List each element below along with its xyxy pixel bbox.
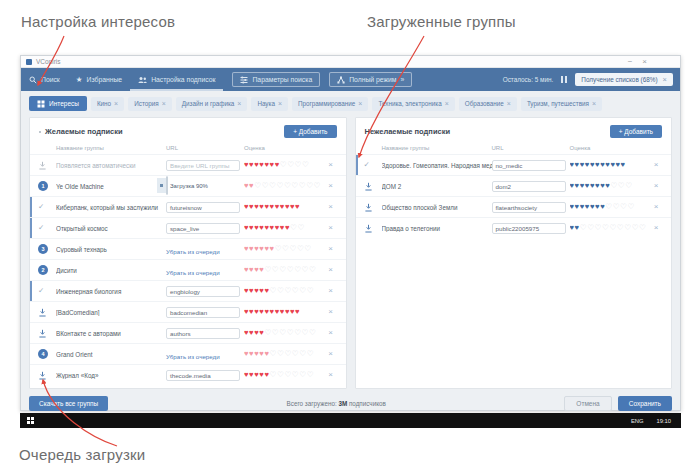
url-input[interactable]: authors	[166, 328, 240, 339]
remove-from-queue-link[interactable]: Убрать из очереди	[166, 269, 220, 276]
remove-row-button[interactable]: ×	[324, 329, 338, 337]
heart-empty-icon[interactable]: ♡	[279, 266, 286, 274]
heart-empty-icon[interactable]: ♡	[275, 245, 282, 253]
chip-remove-icon[interactable]: ×	[278, 100, 282, 107]
rating-hearts[interactable]: ♥♥♥♥♡♡♡♡♡♡♡	[244, 329, 324, 337]
heart-empty-icon[interactable]: ♡	[291, 182, 298, 190]
rating-hearts[interactable]: ♥♥♥♥♥♥♥♥♡♡♡	[570, 182, 650, 190]
rating-hearts[interactable]: ♥♥♥♥♥♥♥♥♥♥♥	[570, 161, 650, 169]
heart-empty-icon[interactable]: ♡	[287, 266, 294, 274]
full-mode-button[interactable]: Полный режим »	[329, 72, 412, 87]
heart-empty-icon[interactable]: ♡	[299, 350, 306, 358]
chip-remove-icon[interactable]: ×	[358, 100, 362, 107]
cancel-button[interactable]: Отмена	[564, 396, 611, 411]
chip-remove-icon[interactable]: ×	[162, 100, 166, 107]
heart-empty-icon[interactable]: ♡	[270, 371, 277, 379]
url-input[interactable]: dom2	[492, 181, 566, 192]
heart-empty-icon[interactable]: ♡	[613, 203, 620, 211]
rating-hearts[interactable]: ♥♥♡♡♡♡♡♡♡♡♡	[244, 182, 324, 190]
heart-empty-icon[interactable]: ♡	[302, 266, 309, 274]
chip-remove-icon[interactable]: ×	[592, 100, 596, 107]
heart-empty-icon[interactable]: ♡	[307, 350, 314, 358]
heart-empty-icon[interactable]: ♡	[302, 329, 309, 337]
heart-empty-icon[interactable]: ♡	[299, 371, 306, 379]
heart-empty-icon[interactable]: ♡	[595, 224, 602, 232]
rating-hearts[interactable]: ♥♥♥♥♥♥♥♥♥♥♥	[244, 308, 324, 316]
remove-row-button[interactable]: ×	[324, 161, 338, 169]
remove-row-button[interactable]: ×	[324, 350, 338, 358]
rating-hearts[interactable]: ♥♥♥♥♥♥♥♥♥♡♡	[244, 224, 324, 232]
rating-hearts[interactable]: ♥♥♥♥♥♡♡♡♡♡♡	[244, 371, 324, 379]
heart-empty-icon[interactable]: ♡	[279, 329, 286, 337]
rating-hearts[interactable]: ♥♥♥♥♡♡♡♡♡♡♡	[244, 266, 324, 274]
remove-row-button[interactable]: ×	[649, 182, 663, 190]
heart-empty-icon[interactable]: ♡	[639, 224, 646, 232]
heart-empty-icon[interactable]: ♡	[284, 350, 291, 358]
language-indicator[interactable]: ENG	[631, 418, 644, 424]
heart-empty-icon[interactable]: ♡	[314, 182, 321, 190]
heart-empty-icon[interactable]: ♡	[620, 203, 627, 211]
download-all-groups-button[interactable]: Скачать все группы	[29, 396, 108, 411]
remove-row-button[interactable]: ×	[649, 203, 663, 211]
heart-empty-icon[interactable]: ♡	[287, 329, 294, 337]
chip-remove-icon[interactable]: ×	[507, 100, 511, 107]
heart-empty-icon[interactable]: ♡	[290, 245, 297, 253]
tab-subscription-settings[interactable]: Настройка подписок	[130, 68, 223, 91]
remove-row-button[interactable]: ×	[324, 224, 338, 232]
windows-start-button[interactable]	[27, 417, 34, 424]
interest-chip[interactable]: Образование×	[459, 97, 517, 111]
heart-empty-icon[interactable]: ♡	[302, 161, 309, 169]
add-unwanted-button[interactable]: + Добавить	[610, 125, 662, 138]
heart-empty-icon[interactable]: ♡	[625, 182, 632, 190]
save-button[interactable]: Сохранить	[618, 396, 672, 411]
url-input[interactable]: engbiology	[166, 286, 240, 297]
rating-hearts[interactable]: ♥♥♡♡♡♡♡♡♡♡♡	[570, 224, 650, 232]
add-desired-button[interactable]: + Добавить	[284, 125, 336, 138]
remove-row-button[interactable]: ×	[324, 182, 338, 190]
heart-empty-icon[interactable]: ♡	[294, 266, 301, 274]
heart-empty-icon[interactable]: ♡	[294, 329, 301, 337]
interest-chip[interactable]: Кино×	[91, 97, 124, 111]
remove-row-button[interactable]: ×	[649, 224, 663, 232]
heart-empty-icon[interactable]: ♡	[307, 371, 314, 379]
chip-remove-icon[interactable]: ×	[114, 100, 118, 107]
heart-empty-icon[interactable]: ♡	[304, 245, 311, 253]
url-input[interactable]: space_live	[166, 223, 240, 234]
heart-empty-icon[interactable]: ♡	[276, 182, 283, 190]
heart-empty-icon[interactable]: ♡	[262, 182, 269, 190]
url-input[interactable]: badcomedian	[166, 307, 240, 318]
minimize-button[interactable]: −	[628, 58, 633, 66]
url-input[interactable]: Введите URL группы	[166, 160, 240, 171]
rating-hearts[interactable]: ♥♥♥♥♥♡♡♡♡♡♡	[244, 287, 324, 295]
pill-close-icon[interactable]: ×	[663, 75, 667, 84]
url-input[interactable]: public22005975	[492, 223, 566, 234]
url-input[interactable]: futureisnow	[166, 202, 240, 213]
heart-empty-icon[interactable]: ♡	[284, 371, 291, 379]
url-input[interactable]: no_medic	[492, 160, 566, 171]
remove-row-button[interactable]: ×	[324, 266, 338, 274]
heart-empty-icon[interactable]: ♡	[309, 329, 316, 337]
heart-empty-icon[interactable]: ♡	[270, 287, 277, 295]
heart-empty-icon[interactable]: ♡	[299, 287, 306, 295]
remove-row-button[interactable]: ×	[324, 371, 338, 379]
interest-chip[interactable]: Туризм, путешествия×	[521, 97, 602, 111]
rating-hearts[interactable]: ♥♥♥♥♥♥♡♡♡♡♡	[244, 245, 324, 253]
heart-empty-icon[interactable]: ♡	[264, 329, 271, 337]
heart-empty-icon[interactable]: ♡	[295, 161, 302, 169]
rating-hearts[interactable]: ♥♥♥♥♥♥♥♡♡♡♡	[570, 203, 650, 211]
interest-chip[interactable]: История×	[128, 97, 172, 111]
remove-row-button[interactable]: ×	[324, 287, 338, 295]
remove-row-button[interactable]: ×	[324, 308, 338, 316]
remove-row-button[interactable]: ×	[324, 245, 338, 253]
close-button[interactable]: ×	[642, 58, 647, 66]
tab-search[interactable]: Поиск	[21, 68, 68, 91]
chip-remove-icon[interactable]: ×	[445, 100, 449, 107]
remove-row-button[interactable]: ×	[324, 203, 338, 211]
heart-empty-icon[interactable]: ♡	[309, 266, 316, 274]
heart-empty-icon[interactable]: ♡	[632, 224, 639, 232]
remove-from-queue-link[interactable]: Убрать из очереди	[166, 353, 220, 360]
url-input[interactable]: thecode.media	[166, 370, 240, 381]
interest-chip[interactable]: Программирование×	[292, 97, 368, 111]
rating-hearts[interactable]: ♥♥♥♥♥♥♥♡♡♡♡	[244, 161, 324, 169]
interest-chip[interactable]: Техника, электроника×	[372, 97, 454, 111]
